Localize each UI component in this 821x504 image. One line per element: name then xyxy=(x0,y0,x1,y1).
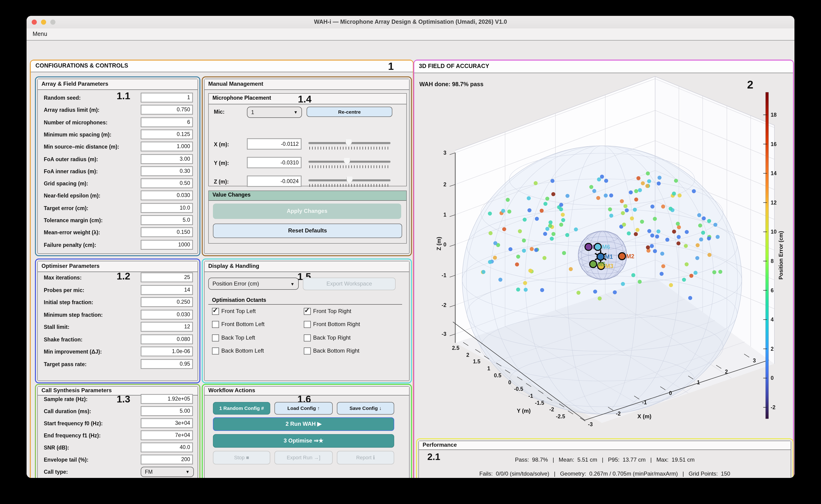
param-label: Probes per mic: xyxy=(44,287,84,293)
param-value-input[interactable]: 1000 xyxy=(141,240,193,249)
grid-point xyxy=(543,232,547,236)
grid-point xyxy=(677,241,681,245)
axis-slider[interactable] xyxy=(308,176,390,186)
slider-thumb[interactable] xyxy=(346,177,352,184)
param-value-input[interactable]: 6 xyxy=(141,117,193,127)
param-value-input[interactable]: 0.95 xyxy=(141,359,193,369)
mic-marker-m5[interactable]: M5 xyxy=(590,261,605,268)
field3d-title: 3D FIELD OF ACCURACY xyxy=(419,63,489,69)
load-config-button[interactable]: Load Config ↑ xyxy=(274,402,333,415)
axis-label: Z (m): xyxy=(214,179,229,184)
plot-3d-canvas[interactable]: M1M2M3M4M5M6 3210-1-2-32.521.510.50-0.5-… xyxy=(415,74,792,438)
param-value-input[interactable]: 12 xyxy=(141,322,193,332)
grid-point xyxy=(636,176,640,180)
grid-point xyxy=(516,255,520,259)
grid-point xyxy=(634,189,638,193)
param-value-input[interactable]: 0.080 xyxy=(141,334,193,344)
grid-point xyxy=(707,236,711,240)
z-tick-label: -1 xyxy=(442,272,447,278)
report-button[interactable]: Report ℹ xyxy=(337,451,394,464)
slider-ticks xyxy=(309,184,390,187)
mic-marker-m6[interactable]: M6 xyxy=(594,243,610,250)
param-value-input[interactable]: 10.0 xyxy=(141,203,193,213)
metric-select[interactable]: Position Error (cm) ▼ xyxy=(208,278,299,290)
octant-checkbox[interactable] xyxy=(304,334,311,341)
axis-slider[interactable] xyxy=(308,157,390,168)
axis-value-input[interactable]: -0.0310 xyxy=(247,157,301,168)
stop-button[interactable]: Stop ■ xyxy=(213,451,270,464)
octant-checkbox[interactable]: ✓ xyxy=(304,308,311,315)
mic-select[interactable]: 1 ▼ xyxy=(247,107,302,118)
grid-point xyxy=(640,220,644,224)
mic-axis-row: Y (m):-0.0310 xyxy=(209,157,406,170)
param-value-input[interactable]: 7e+04 xyxy=(141,430,193,440)
grid-point xyxy=(698,224,702,228)
export-workspace-button[interactable]: Export Workspace xyxy=(303,278,396,290)
param-value-input[interactable]: 0.125 xyxy=(141,129,193,139)
param-value-input[interactable]: 0.030 xyxy=(141,310,193,319)
slider-thumb[interactable] xyxy=(346,139,352,146)
call-type-select[interactable]: FM▼ xyxy=(141,467,194,477)
reset-defaults-button[interactable]: Reset Defaults xyxy=(213,224,402,238)
param-value-input[interactable]: 25 xyxy=(141,272,193,282)
param-value-input[interactable]: 3e+04 xyxy=(141,418,193,428)
axis-value-input[interactable]: -0.0112 xyxy=(247,138,301,150)
recentre-button[interactable]: Re-centre xyxy=(307,107,392,117)
param-value-input[interactable]: 5.0 xyxy=(141,215,193,225)
random-config-button[interactable]: 1 Random Config # xyxy=(213,402,270,415)
colorbar-tick-label: 18 xyxy=(771,112,777,118)
octant-checkbox[interactable] xyxy=(304,321,311,328)
mic-axis-row: Z (m):-0.0024 xyxy=(209,175,406,189)
octant-checkbox[interactable] xyxy=(212,334,219,341)
menu-item[interactable]: Menu xyxy=(30,28,50,40)
save-config-button[interactable]: Save Config ↓ xyxy=(337,402,394,415)
grid-point xyxy=(506,198,510,202)
grid-point xyxy=(550,237,554,241)
mic-label-m5: M5 xyxy=(597,261,605,267)
param-value-input[interactable]: 1 xyxy=(141,93,193,102)
grid-point xyxy=(535,217,539,221)
param-value-input[interactable]: 1.92e+05 xyxy=(141,394,193,404)
param-value-input[interactable]: 0.030 xyxy=(141,191,193,201)
optimiser-panel: Optimiser Parameters 1.2 Max iterations:… xyxy=(35,259,200,383)
param-value-input[interactable]: 5.00 xyxy=(141,406,193,416)
param-value-input[interactable]: 40.0 xyxy=(141,443,193,452)
param-value-input[interactable]: 0.750 xyxy=(141,105,193,115)
mic-marker-m2[interactable]: M2 xyxy=(619,253,634,260)
octant-checkbox[interactable]: ✓ xyxy=(212,308,219,315)
param-value-input[interactable]: 14 xyxy=(141,285,193,295)
axis-label: Y (m): xyxy=(214,160,229,166)
grid-point xyxy=(548,224,552,228)
mic-label-m6: M6 xyxy=(602,244,610,250)
axis-value-input[interactable]: -0.0024 xyxy=(247,176,301,187)
grid-point xyxy=(674,179,678,183)
grid-point xyxy=(542,256,546,260)
param-row: Stall limit:12 xyxy=(38,321,198,333)
y-axis-label: Y (m) xyxy=(517,408,531,414)
param-value-input[interactable]: 0.150 xyxy=(141,228,193,237)
apply-changes-button[interactable]: Apply Changes xyxy=(213,204,401,219)
grid-point xyxy=(540,209,544,213)
octant-checkbox[interactable] xyxy=(304,347,311,354)
y-tick-label: -1.5 xyxy=(535,400,544,406)
run-wah-button[interactable]: 2 Run WAH ▶ xyxy=(213,417,394,431)
param-value-input[interactable]: 1.0e-06 xyxy=(141,347,193,356)
export-run-button[interactable]: Export Run →] xyxy=(274,451,333,464)
param-value-input[interactable]: 0.250 xyxy=(141,297,193,307)
grid-point xyxy=(657,181,661,185)
param-value-input[interactable]: 3.00 xyxy=(141,154,193,164)
param-value-input[interactable]: 200 xyxy=(141,455,193,464)
param-value-input[interactable]: 0.30 xyxy=(141,166,193,176)
param-value-input[interactable]: 1.000 xyxy=(141,142,193,151)
manual-management-title: Manual Management xyxy=(208,81,263,87)
optimise-button[interactable]: 3 Optimise ⇒★ xyxy=(213,434,394,448)
axis-slider[interactable] xyxy=(308,139,390,149)
octants-divider xyxy=(208,304,402,305)
octant-checkbox[interactable] xyxy=(212,321,219,328)
param-row: Random seed:1 xyxy=(38,92,198,104)
param-value-input[interactable]: 0.50 xyxy=(141,178,193,188)
slider-thumb[interactable] xyxy=(344,158,350,165)
octant-checkbox[interactable] xyxy=(212,347,219,354)
grid-point xyxy=(699,238,703,242)
param-label: Mean-error weight (λ): xyxy=(44,230,100,235)
